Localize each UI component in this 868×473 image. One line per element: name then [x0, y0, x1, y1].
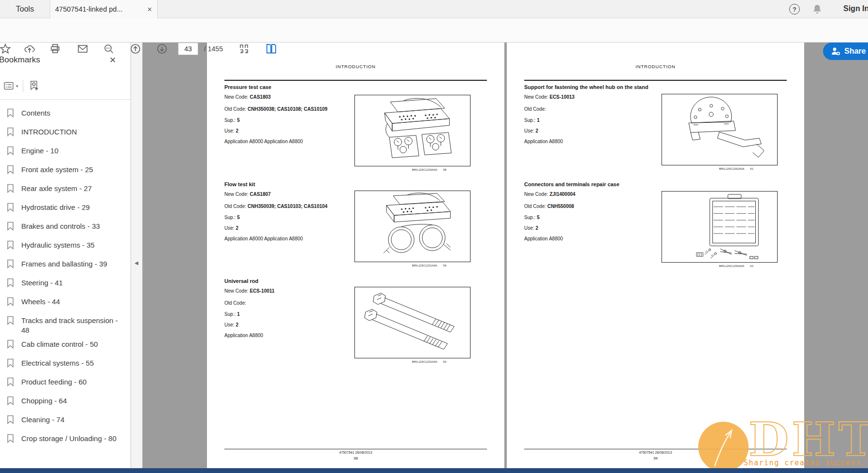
bookmark-item-18[interactable]: Crop storage / Unloading - 80 [0, 429, 131, 448]
bookmark-label: INTRODUCTION [21, 127, 77, 137]
cloud-upload-icon[interactable] [24, 43, 35, 55]
field-value: 5 [537, 215, 540, 220]
sign-in-link[interactable]: Sign In [843, 4, 868, 13]
field-label: Old Code: [224, 300, 246, 306]
bookmark-item-2[interactable]: INTRODUCTION [0, 123, 131, 142]
figure-number: 58 [443, 168, 446, 171]
notification-bell-icon[interactable] [812, 3, 823, 15]
field-value: ZJI1400004 [549, 192, 575, 197]
bookmark-icon [7, 316, 14, 325]
panel-collapse-handle[interactable]: ◀ [132, 255, 140, 270]
figure-number: 59 [443, 264, 446, 267]
panel-divider [0, 99, 131, 100]
pdf-page-right: INTRODUCTION Support for fastening the w… [507, 43, 804, 468]
bookmark-item-3[interactable]: Engine - 10 [0, 142, 131, 161]
bookmark-item-5[interactable]: Rear axle system - 27 [0, 179, 131, 198]
panel-splitter[interactable]: ◀ [131, 43, 143, 468]
two-page-view-icon[interactable] [265, 43, 277, 55]
bookmark-item-17[interactable]: Cleaning - 74 [0, 411, 131, 429]
tab-tools[interactable]: Tools [0, 0, 50, 18]
bookmark-item-12[interactable]: Tracks and track suspension - 48 [0, 311, 131, 335]
field-value: 2 [536, 225, 539, 231]
field-label: New Code: [524, 192, 548, 197]
bookmark-options-icon[interactable] [4, 82, 15, 90]
bookmark-item-7[interactable]: Brakes and controls - 33 [0, 217, 131, 236]
figure-caption-code: BRIL125C1250A0A [719, 265, 744, 267]
bottom-bar [0, 468, 868, 473]
bookmark-item-16[interactable]: Chopping - 64 [0, 392, 131, 411]
application-note: Application A8800 [224, 333, 263, 338]
print-icon[interactable] [49, 43, 61, 55]
section-pressure-test-case: Pressure test case New Code:CAS1803 Old … [224, 84, 369, 147]
close-panel-icon[interactable]: ✕ [109, 56, 116, 64]
bookmark-item-10[interactable]: Steering - 41 [0, 274, 131, 293]
bookmarks-toolbar: ▾ [4, 79, 40, 93]
section-title: Pressure test case [224, 84, 271, 90]
figure-box [354, 95, 471, 166]
field-value: 1 [537, 118, 540, 123]
bookmark-item-6[interactable]: Hydrostatic drive - 29 [0, 198, 131, 217]
figure-caption-code: BRIL125C1252A0A [719, 167, 744, 170]
bookmark-item-1[interactable]: Contents [0, 104, 131, 123]
field-label: New Code: [224, 94, 248, 100]
page-down-icon[interactable] [156, 43, 168, 55]
help-icon[interactable]: ? [789, 4, 800, 15]
flow-test-kit-image [355, 191, 470, 262]
field-label: Use: [224, 225, 235, 231]
bookmark-icon [7, 415, 14, 424]
favorites-star-icon[interactable] [0, 43, 11, 55]
field-value: ECS-10013 [549, 94, 574, 100]
main-toolbar: / 1455 Share [0, 18, 868, 43]
field-label: Use: [524, 128, 534, 133]
bookmark-item-8[interactable]: Hydraulic systems - 35 [0, 236, 131, 255]
field-label: Sup.: [224, 215, 235, 220]
field-value: CNH350038; CAS10108; CAS10109 [248, 106, 327, 112]
figure-caption-code: BRIL125C1231A0A [412, 264, 437, 267]
figure-caption: BRIL125C1232A0A60 [354, 360, 471, 363]
tab-document[interactable]: 47507541-linked pd... ✕ [50, 0, 158, 18]
field-label: Old Code: [224, 106, 246, 112]
bookmarks-panel: Bookmarks ✕ ▾ Contents INTRODUCTION Engi… [0, 43, 131, 468]
bookmark-item-9[interactable]: Frames and ballasting - 39 [0, 255, 131, 274]
tab-bar: Tools 47507541-linked pd... ✕ ? Sign In [0, 0, 868, 18]
field-value: 2 [536, 128, 539, 133]
field-value: 5 [237, 118, 240, 123]
field-label: New Code: [524, 94, 548, 100]
figure-pressure-test-case: BRIL125C1230A0A58 [354, 95, 471, 171]
bookmark-item-14[interactable]: Electrical systems - 55 [0, 354, 131, 373]
field-label: New Code: [224, 192, 248, 197]
share-button[interactable]: Share [823, 43, 868, 60]
figure-box [662, 94, 778, 165]
field-label: Use: [224, 322, 235, 327]
search-icon[interactable] [103, 43, 115, 55]
bookmark-item-13[interactable]: Cab climate control - 50 [0, 335, 131, 354]
figure-box [662, 191, 778, 263]
tab-close-icon[interactable]: ✕ [147, 6, 152, 13]
bookmark-label: Cleaning - 74 [21, 415, 64, 425]
section-universal-rod: Universal rod New Code:ECS-10011 Old Cod… [224, 278, 369, 341]
bookmark-icon [7, 203, 14, 212]
field-label: Sup.: [524, 215, 535, 220]
bookmark-icon [7, 259, 14, 268]
bookmark-item-4[interactable]: Front axle system - 25 [0, 161, 131, 179]
bookmark-icon [7, 297, 14, 306]
section-title: Support for fastening the wheel hub on t… [524, 84, 648, 90]
bookmark-icon [7, 240, 14, 250]
field-label: Use: [224, 128, 235, 133]
bookmark-label: Engine - 10 [21, 146, 59, 156]
options-caret-icon[interactable]: ▾ [16, 84, 18, 89]
field-value: 2 [236, 128, 239, 133]
page-thumbnails-icon[interactable] [238, 43, 250, 55]
bookmark-label: Cab climate control - 50 [21, 340, 98, 349]
bookmark-icon [7, 184, 14, 193]
bookmark-item-15[interactable]: Product feeding - 60 [0, 373, 131, 392]
field-value: CNH550008 [547, 204, 574, 209]
page-up-icon[interactable] [130, 43, 141, 55]
footer-rule [524, 449, 787, 449]
goto-current-bookmark-icon[interactable] [29, 80, 40, 92]
bookmark-item-11[interactable]: Wheels - 44 [0, 293, 131, 311]
email-icon[interactable] [77, 43, 88, 55]
page-number-input[interactable] [178, 43, 198, 55]
bookmark-icon [7, 108, 14, 118]
footer-docid: 47507541 26/08/2013 [507, 451, 804, 454]
